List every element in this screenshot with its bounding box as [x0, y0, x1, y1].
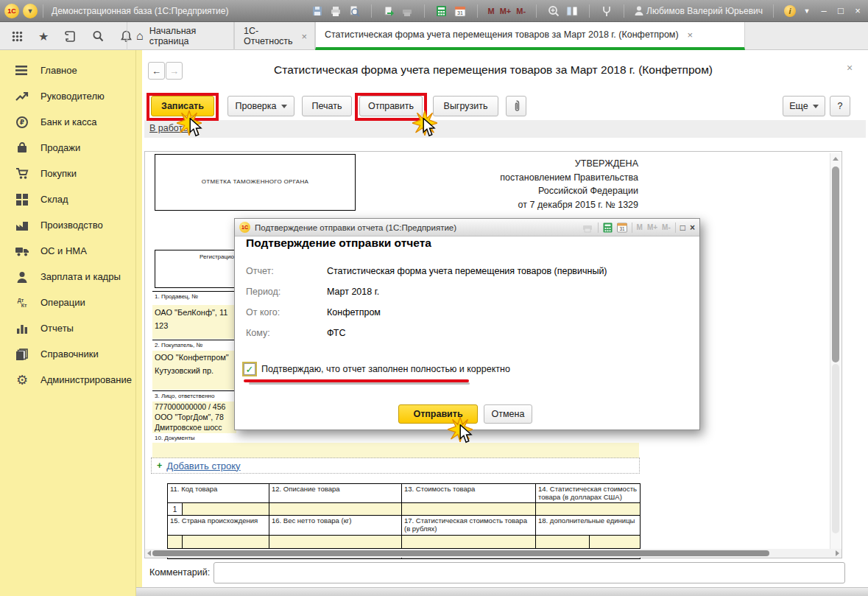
input-cell[interactable] — [536, 503, 641, 516]
save-icon[interactable] — [311, 4, 324, 18]
scroll-thumb[interactable] — [152, 550, 769, 556]
menu-icon — [15, 63, 29, 78]
maximize-button[interactable]: □ — [835, 5, 847, 16]
sidebar-item-salary-hr[interactable]: Зарплата и кадры — [0, 264, 135, 290]
memory-mplus-button[interactable]: M+ — [500, 7, 512, 15]
favorites-star-icon[interactable]: ★ — [38, 29, 49, 43]
close-window-button[interactable]: × — [852, 5, 864, 16]
close-form-icon[interactable]: × — [847, 62, 853, 74]
print-button[interactable]: Печать — [302, 96, 352, 116]
input-cell[interactable] — [269, 503, 402, 516]
scroll-up-icon[interactable] — [833, 157, 839, 161]
documents-input[interactable] — [152, 443, 639, 458]
dialog-title: Подтверждение отправки отчета (1С:Предпр… — [255, 223, 456, 232]
input-cell[interactable] — [536, 536, 590, 549]
sidebar-item-directories[interactable]: Справочники — [0, 341, 135, 367]
sidebar-item-label: Администрирование — [40, 374, 132, 385]
input-cell[interactable] — [590, 536, 641, 549]
dialog-maximize-button[interactable]: □ — [680, 222, 685, 233]
sidebar-item-operations[interactable]: ДтКт Операции — [0, 290, 135, 315]
help-button-label: ? — [838, 101, 843, 111]
user-name: Любимов Валерий Юрьевич — [646, 6, 763, 16]
search-icon[interactable] — [91, 29, 105, 43]
main-menu-button[interactable]: ▼ — [23, 4, 38, 18]
divider — [773, 4, 774, 18]
close-tab-icon[interactable]: × — [302, 31, 308, 42]
forward-button[interactable]: → — [166, 62, 183, 80]
add-row-container[interactable]: + Добавить строку — [151, 457, 640, 474]
calendar-icon[interactable]: 31 — [617, 222, 627, 233]
divider — [371, 4, 372, 18]
memory-mminus-button[interactable]: M- — [516, 7, 526, 15]
input-cell[interactable] — [402, 536, 536, 549]
current-user[interactable]: Любимов Валерий Юрьевич — [635, 6, 763, 16]
form-horizontal-scrollbar[interactable] — [145, 549, 841, 558]
tab-statistical-form[interactable]: Статистическая форма учета перемещения т… — [315, 22, 745, 50]
scroll-thumb[interactable] — [832, 166, 839, 362]
form-vertical-scrollbar[interactable] — [830, 153, 841, 557]
input-cell[interactable] — [183, 503, 269, 516]
buyer-input[interactable]: ООО "Конфетпром" Кутузовский пр. — [152, 351, 236, 390]
confirm-checkbox[interactable]: ✓ — [244, 363, 255, 375]
tab-home[interactable]: ⌂ Начальная страница — [127, 22, 234, 50]
memory-m-button[interactable]: M — [488, 7, 495, 15]
print-preview-icon[interactable] — [347, 4, 361, 18]
comment-input[interactable] — [214, 562, 845, 583]
tab-1c-reporting[interactable]: 1С-Отчетность × — [234, 22, 315, 50]
sidebar-item-bank-cash[interactable]: ₽ Банк и касса — [0, 109, 135, 135]
scroll-left-icon[interactable] — [147, 550, 151, 556]
sidebar-item-administration[interactable]: ⚙ Администрирование — [0, 367, 135, 393]
input-cell[interactable] — [402, 503, 536, 516]
info-dropdown-icon[interactable]: ▼ — [801, 7, 813, 15]
caret-down-icon — [813, 105, 819, 108]
sidebar-item-production[interactable]: Производство — [0, 212, 135, 238]
service-settings-icon[interactable] — [600, 4, 613, 18]
input-cell[interactable] — [269, 536, 402, 549]
buyer-value: ООО "Конфетпром" — [155, 353, 229, 362]
dialog-close-button[interactable]: × — [690, 222, 695, 233]
input-cell[interactable] — [183, 536, 269, 549]
export-button[interactable]: Выгрузить — [433, 96, 498, 116]
minimize-button[interactable]: – — [818, 5, 830, 16]
scroll-right-icon[interactable] — [836, 550, 839, 556]
sidebar-item-main[interactable]: Главное — [0, 57, 135, 83]
calculator-icon[interactable] — [603, 222, 613, 233]
sidebar-item-label: Справочники — [40, 348, 99, 360]
sidebar-item-manager[interactable]: Руководителю — [0, 83, 135, 109]
dialog-titlebar: 1С Подтверждение отправки отчета (1С:Пре… — [235, 219, 699, 236]
close-tab-icon[interactable]: × — [688, 29, 694, 41]
sidebar-item-fixed-assets[interactable]: ОС и НМА — [0, 238, 135, 264]
more-button[interactable]: Еще — [783, 96, 825, 116]
window-titlebar: 1С ▼ Демонстрационная база (1С:Предприят… — [0, 0, 868, 22]
sidebar-item-reports[interactable]: Отчеты — [0, 315, 135, 341]
print-icon[interactable] — [329, 4, 342, 18]
history-icon[interactable] — [63, 29, 77, 43]
scroll-track[interactable] — [832, 364, 839, 533]
zoom-icon[interactable] — [547, 4, 560, 18]
split-view-icon[interactable] — [565, 4, 579, 18]
back-button[interactable]: ← — [148, 62, 165, 80]
help-button[interactable]: ? — [830, 96, 850, 116]
calendar-icon[interactable]: 31 — [454, 4, 467, 18]
seller-input[interactable]: ОАО "БелКонф", 11 123 — [152, 305, 236, 339]
field-value: Конфетпром — [327, 307, 381, 318]
add-row-link[interactable]: Добавить строку — [166, 460, 240, 471]
tools-grid-icon[interactable] — [10, 29, 24, 43]
calculator-icon[interactable] — [435, 4, 448, 18]
attachments-button[interactable] — [506, 96, 526, 116]
check-button[interactable]: Проверка — [227, 96, 294, 116]
form-divider — [152, 340, 236, 340]
responsible-label: 3. Лицо, ответственно — [155, 393, 214, 399]
info-button[interactable]: i — [784, 5, 796, 17]
tab-home-label: Начальная страница — [149, 26, 225, 46]
send-document-icon[interactable] — [382, 4, 395, 18]
input-cell[interactable] — [168, 536, 183, 549]
sidebar-item-warehouse[interactable]: Склад — [0, 186, 135, 212]
approved-line: Российской Федерации — [410, 184, 638, 198]
divider — [43, 4, 43, 18]
col-header: 18. дополнительные единицы — [536, 516, 641, 536]
sidebar-item-sales[interactable]: Продажи — [0, 135, 135, 161]
dialog-cancel-button[interactable]: Отмена — [484, 404, 532, 424]
sidebar-item-purchases[interactable]: Покупки — [0, 161, 135, 186]
responsible-input[interactable]: 777000000000 / 456 ООО "ТоргДом", 78 Дми… — [152, 402, 236, 433]
